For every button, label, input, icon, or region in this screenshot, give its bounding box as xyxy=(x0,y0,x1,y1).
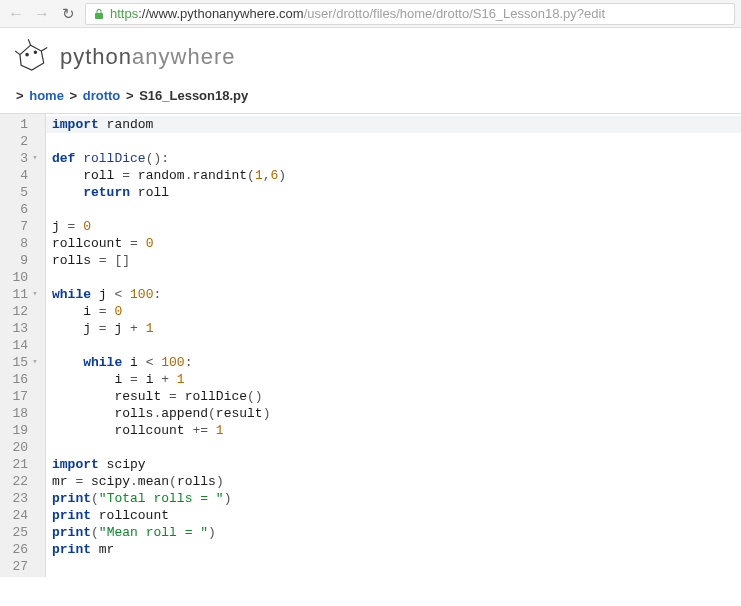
code-line[interactable]: result = rollDice() xyxy=(52,388,741,405)
line-number[interactable]: 17 xyxy=(10,388,28,405)
reload-button[interactable]: ↻ xyxy=(58,5,79,23)
line-number[interactable]: 5 xyxy=(10,184,28,201)
code-line[interactable]: j = j + 1 xyxy=(52,320,741,337)
url-text: https://www.pythonanywhere.com/user/drot… xyxy=(110,6,605,21)
token-id: append xyxy=(161,406,208,421)
line-number[interactable]: 27 xyxy=(10,558,28,575)
line-number[interactable]: 11 xyxy=(10,286,28,303)
token-num: 100 xyxy=(161,355,184,370)
line-number[interactable]: 23 xyxy=(10,490,28,507)
line-number[interactable]: 22 xyxy=(10,473,28,490)
fold-toggle-icon[interactable]: ▾ xyxy=(31,286,39,303)
code-line[interactable] xyxy=(52,269,741,286)
code-editor[interactable]: 123▾4567891011▾12131415▾1617181920212223… xyxy=(0,113,741,577)
line-number[interactable]: 18 xyxy=(10,405,28,422)
token-op: ) xyxy=(216,474,224,489)
line-number[interactable]: 24 xyxy=(10,507,28,524)
code-line[interactable]: mr = scipy.mean(rolls) xyxy=(52,473,741,490)
code-line[interactable]: while i < 100: xyxy=(52,354,741,371)
token-id: i xyxy=(138,372,161,387)
line-number[interactable]: 16 xyxy=(10,371,28,388)
code-line[interactable] xyxy=(52,133,741,150)
token-id: rollcount xyxy=(52,236,130,251)
editor-code-area[interactable]: import randomdef rollDice(): roll = rand… xyxy=(46,114,741,577)
line-number[interactable]: 6 xyxy=(10,201,28,218)
breadcrumb-link-home[interactable]: home xyxy=(29,88,64,103)
token-op: = xyxy=(122,168,130,183)
logo-text-prefix: python xyxy=(60,44,132,69)
line-number[interactable]: 15 xyxy=(10,354,28,371)
line-number[interactable]: 14 xyxy=(10,337,28,354)
line-number[interactable]: 3 xyxy=(10,150,28,167)
code-line[interactable]: i = i + 1 xyxy=(52,371,741,388)
code-line[interactable]: rollcount += 1 xyxy=(52,422,741,439)
gutter-row: 12 xyxy=(10,303,39,320)
fold-toggle-icon[interactable]: ▾ xyxy=(31,354,39,371)
code-line[interactable]: def rollDice(): xyxy=(52,150,741,167)
token-id: result xyxy=(52,389,169,404)
line-number[interactable]: 8 xyxy=(10,235,28,252)
pythonanywhere-logo-icon xyxy=(14,38,52,76)
token-kw: def xyxy=(52,151,75,166)
code-line[interactable]: print("Total rolls = ") xyxy=(52,490,741,507)
back-button[interactable]: ← xyxy=(6,5,26,23)
code-line[interactable] xyxy=(52,558,741,575)
code-line[interactable]: print mr xyxy=(52,541,741,558)
token-id: i xyxy=(52,372,130,387)
code-line[interactable]: import random xyxy=(52,116,741,133)
line-number[interactable]: 20 xyxy=(10,439,28,456)
gutter-row: 22 xyxy=(10,473,39,490)
token-id: j xyxy=(91,287,114,302)
editor-gutter: 123▾4567891011▾12131415▾1617181920212223… xyxy=(0,114,46,577)
token-op: ( xyxy=(169,474,177,489)
token-op: + xyxy=(161,372,169,387)
token-num: 0 xyxy=(146,236,154,251)
code-line[interactable]: rolls = [] xyxy=(52,252,741,269)
gutter-row: 20 xyxy=(10,439,39,456)
code-line[interactable]: return roll xyxy=(52,184,741,201)
line-number[interactable]: 10 xyxy=(10,269,28,286)
code-line[interactable]: rollcount = 0 xyxy=(52,235,741,252)
breadcrumb-link-user[interactable]: drotto xyxy=(83,88,121,103)
token-op: ( xyxy=(208,406,216,421)
line-number[interactable]: 25 xyxy=(10,524,28,541)
code-line[interactable] xyxy=(52,439,741,456)
token-op: : xyxy=(153,287,161,302)
line-number[interactable]: 12 xyxy=(10,303,28,320)
code-line[interactable]: print rollcount xyxy=(52,507,741,524)
token-kw: print xyxy=(52,491,91,506)
line-number[interactable]: 7 xyxy=(10,218,28,235)
gutter-row: 14 xyxy=(10,337,39,354)
line-number[interactable]: 9 xyxy=(10,252,28,269)
code-line[interactable]: rolls.append(result) xyxy=(52,405,741,422)
line-number[interactable]: 13 xyxy=(10,320,28,337)
token-op: ) xyxy=(278,168,286,183)
token-str: "Total rolls = " xyxy=(99,491,224,506)
address-bar[interactable]: https://www.pythonanywhere.com/user/drot… xyxy=(85,3,735,25)
code-line[interactable] xyxy=(52,201,741,218)
line-number[interactable]: 1 xyxy=(10,116,28,133)
token-id xyxy=(52,185,83,200)
token-op: , xyxy=(263,168,271,183)
code-line[interactable]: j = 0 xyxy=(52,218,741,235)
code-line[interactable]: i = 0 xyxy=(52,303,741,320)
line-number[interactable]: 26 xyxy=(10,541,28,558)
code-line[interactable]: print("Mean roll = ") xyxy=(52,524,741,541)
fold-toggle-icon[interactable]: ▾ xyxy=(31,150,39,167)
line-number[interactable]: 4 xyxy=(10,167,28,184)
line-number[interactable]: 2 xyxy=(10,133,28,150)
token-op: [] xyxy=(114,253,130,268)
forward-button[interactable]: → xyxy=(32,5,52,23)
token-id: random xyxy=(130,168,185,183)
code-line[interactable]: import scipy xyxy=(52,456,741,473)
code-line[interactable]: roll = random.randint(1,6) xyxy=(52,167,741,184)
line-number[interactable]: 21 xyxy=(10,456,28,473)
gutter-row: 13 xyxy=(10,320,39,337)
code-line[interactable]: while j < 100: xyxy=(52,286,741,303)
gutter-row: 11▾ xyxy=(10,286,39,303)
code-line[interactable] xyxy=(52,337,741,354)
line-number[interactable]: 19 xyxy=(10,422,28,439)
logo[interactable]: pythonanywhere xyxy=(14,38,727,76)
token-id xyxy=(52,355,83,370)
token-id: mr xyxy=(52,474,75,489)
